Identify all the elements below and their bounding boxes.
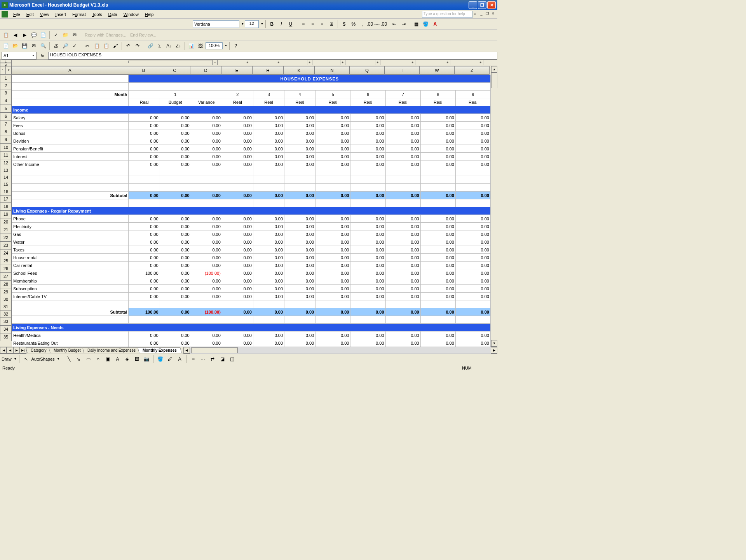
cell[interactable] [129,168,160,176]
cell[interactable]: Real [315,98,350,106]
cell[interactable]: 0.00 [222,122,253,129]
reject-icon[interactable]: ✉ [70,31,79,39]
cell[interactable]: 0.00 [284,293,315,300]
cell[interactable]: 0.00 [315,145,350,153]
income-row-label[interactable]: Fees [12,122,129,129]
horizontal-scrollbar[interactable]: ◀ ▶ [183,347,497,354]
row-header[interactable]: 28 [0,281,12,288]
cell[interactable]: 1 [129,91,222,98]
cell[interactable]: 0.00 [253,308,284,316]
cell[interactable]: 0.00 [191,285,222,293]
expense-row-label[interactable]: Car rental [12,262,129,269]
sort-asc-button[interactable]: A↓ [165,42,173,50]
cell[interactable]: 0.00 [350,230,385,238]
cell[interactable]: 0.00 [455,122,490,129]
tab-next-button[interactable]: ▶ [13,347,20,354]
cell[interactable]: 0.00 [420,129,455,137]
cell[interactable] [129,300,160,308]
cell[interactable]: 5 [315,91,350,98]
column-header[interactable]: N [315,66,350,75]
tab-prev-button[interactable]: ◀ [7,347,13,354]
row-header[interactable]: 29 [0,288,12,296]
cell[interactable]: 0.00 [160,137,191,145]
cell[interactable]: 0.00 [385,122,420,129]
section-living-needs[interactable]: Living Expenses - Needs [12,324,491,331]
cell[interactable]: 7 [385,91,420,98]
row-header[interactable]: 26 [0,265,12,273]
font-size-select[interactable]: 12 [245,20,259,28]
scroll-left-button[interactable]: ◀ [183,347,190,354]
cell[interactable] [222,316,253,324]
cell[interactable] [284,184,315,192]
wordart-icon[interactable]: A [113,355,122,363]
cell[interactable]: 0.00 [284,246,315,254]
cell[interactable] [191,199,222,207]
cell[interactable]: 0.00 [191,331,222,339]
decrease-decimal-button[interactable]: ←.00 [377,20,386,28]
cell[interactable]: 0.00 [455,114,490,122]
cell[interactable]: 0.00 [284,262,315,269]
cell[interactable]: 0.00 [350,114,385,122]
comma-button[interactable]: , [359,20,367,28]
cell[interactable] [253,316,284,324]
cell[interactable]: 0.00 [191,122,222,129]
row-header[interactable]: 23 [0,242,12,249]
cell[interactable]: 0.00 [191,277,222,285]
cell[interactable]: 0.00 [284,331,315,339]
cell[interactable]: 0.00 [385,293,420,300]
cell[interactable] [350,316,385,324]
cell[interactable] [160,184,191,192]
cell[interactable]: 0.00 [284,238,315,246]
cell[interactable]: 0.00 [284,277,315,285]
cell[interactable]: 0.00 [350,262,385,269]
cell[interactable]: 0.00 [129,137,160,145]
cell[interactable]: 0.00 [455,285,490,293]
cell[interactable] [253,199,284,207]
cell[interactable]: 0.00 [315,137,350,145]
cell[interactable]: 0.00 [385,277,420,285]
hscroll-thumb[interactable] [191,347,238,353]
cell[interactable] [12,199,129,207]
cell[interactable]: 0.00 [191,262,222,269]
expense-row-label[interactable]: House rental [12,254,129,262]
font-size-dropdown-icon[interactable]: ▼ [261,23,263,25]
cell[interactable]: 0.00 [385,137,420,145]
formula-input[interactable]: HOUSEHOLD EXPENSES [48,52,497,59]
outline-plus-icon[interactable]: + [340,60,345,65]
increase-decimal-button[interactable]: .00→ [368,20,376,28]
cell[interactable]: 0.00 [222,129,253,137]
cell[interactable]: (100.00) [191,269,222,277]
font-name-dropdown-icon[interactable]: ▼ [241,23,244,25]
cell[interactable]: 0.00 [420,122,455,129]
cell[interactable]: 0.00 [420,238,455,246]
cell[interactable]: 0.00 [420,339,455,347]
cell[interactable]: Real [253,98,284,106]
cell[interactable] [420,316,455,324]
cell[interactable]: 0.00 [222,145,253,153]
row-outline-2[interactable]: 2 [6,66,12,75]
cell[interactable]: 0.00 [455,262,490,269]
show-all-icon[interactable]: 📄 [39,31,47,39]
row-header[interactable]: 30 [0,296,12,303]
cell[interactable] [385,168,420,176]
cell[interactable]: 0.00 [129,114,160,122]
cell[interactable]: Budget [160,98,191,106]
cell[interactable]: 0.00 [253,230,284,238]
cell[interactable]: 0.00 [160,308,191,316]
section-living-regular[interactable]: Living Expenses - Regular Repayment [12,207,491,215]
cell[interactable]: 0.00 [284,129,315,137]
cell[interactable]: 0.00 [129,254,160,262]
outline-plus-icon[interactable]: + [410,60,415,65]
row-header[interactable]: 2 [0,82,12,89]
cell[interactable]: 0.00 [253,153,284,160]
cell[interactable]: 0.00 [455,246,490,254]
needs-row-label[interactable]: Health/Medical [12,331,129,339]
bold-button[interactable]: B [268,20,276,28]
cell[interactable]: 0.00 [315,293,350,300]
next-icon[interactable]: ▶ [20,31,29,39]
cell[interactable]: 0.00 [420,114,455,122]
cell[interactable]: 0.00 [253,277,284,285]
tab-monthly-expenses[interactable]: Monthly Expenses [138,347,182,353]
outline-minus-icon[interactable]: − [212,60,218,65]
cell[interactable]: 0.00 [420,262,455,269]
